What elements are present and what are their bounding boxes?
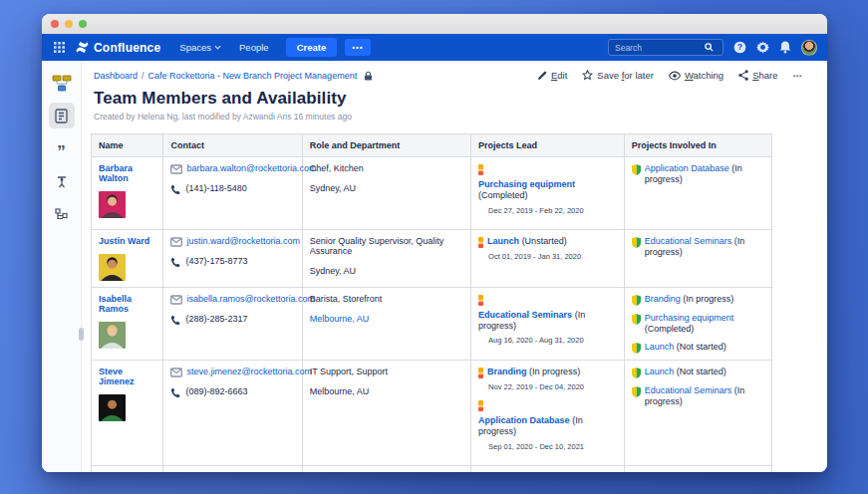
restrictions-lock-icon[interactable] — [364, 71, 373, 81]
project-link[interactable]: Launch — [645, 367, 675, 376]
nav-people[interactable]: People — [232, 38, 276, 57]
project-link[interactable]: Educational Seminars — [645, 385, 732, 395]
shield-icon — [632, 295, 641, 306]
project-link[interactable]: Branding — [645, 294, 681, 304]
project-dates: Aug 16, 2020 - Aug 31, 2020 — [488, 336, 617, 345]
breadcrumb-dashboard[interactable]: Dashboard — [94, 71, 138, 81]
sidebar-pages-icon[interactable] — [49, 103, 75, 128]
save-for-later-button[interactable]: Save for later — [582, 70, 654, 81]
member-role: Barista, Storefront — [310, 294, 463, 304]
project-link[interactable]: Launch — [487, 236, 519, 246]
sidebar-blog-icon[interactable]: ” — [49, 135, 75, 161]
search-icon — [705, 43, 714, 52]
page-byline: Created by Helena Ng, last modified by A… — [94, 112, 803, 122]
pencil-icon — [537, 71, 547, 81]
space-sidebar: ” — [42, 61, 82, 472]
breadcrumb: Dashboard / Cafe Rockettoria - New Branc… — [94, 71, 373, 81]
member-location-link[interactable]: Melbourne, AU — [310, 314, 370, 324]
sidebar-page-tree-icon[interactable] — [49, 201, 75, 227]
member-location: Sydney, AU — [310, 183, 463, 193]
minimize-window-button[interactable] — [65, 20, 73, 28]
maximize-window-button[interactable] — [79, 20, 87, 28]
member-location: Sydney, AU — [310, 266, 463, 276]
member-name-link[interactable]: Isabella Ramos — [99, 294, 132, 314]
notifications-bell-icon[interactable] — [778, 41, 792, 55]
star-icon — [582, 70, 593, 81]
col-projects-involved: Projects Involved In — [624, 134, 771, 157]
page-main: Dashboard / Cafe Rockettoria - New Branc… — [82, 61, 827, 472]
project-dates: Sep 01, 2020 - Dec 10, 2021 — [488, 442, 617, 451]
email-icon — [170, 164, 182, 174]
search-box[interactable] — [608, 39, 723, 56]
project-dates: Oct 01, 2019 - Jan 31, 2020 — [488, 252, 617, 261]
member-photo — [99, 394, 126, 421]
table-header-row: Name Contact Role and Department Project… — [92, 134, 772, 157]
email-link[interactable]: justin.ward@rockettoria.com — [186, 236, 300, 246]
user-avatar[interactable] — [801, 40, 817, 56]
email-icon — [170, 295, 182, 305]
status-traffic-icon — [478, 400, 483, 411]
phone-number: (089)-892-6663 — [185, 386, 247, 396]
project-link[interactable]: Hiring — [487, 472, 513, 473]
chevron-down-icon — [214, 45, 221, 50]
help-icon[interactable]: ? — [732, 41, 746, 55]
close-window-button[interactable] — [51, 20, 59, 28]
edit-button[interactable]: Edit — [537, 70, 567, 81]
project-link[interactable]: Launch — [645, 342, 675, 352]
settings-gear-icon[interactable] — [755, 41, 769, 55]
share-icon — [738, 70, 748, 81]
space-logo-icon[interactable] — [49, 70, 75, 96]
status-traffic-icon — [478, 164, 483, 175]
phone-number: (141)-118-5480 — [185, 183, 246, 193]
watching-button[interactable]: Watching — [669, 70, 723, 81]
project-link[interactable]: Purchasing equipment — [478, 179, 575, 189]
email-link[interactable]: barbara.walton@rockettoria.com — [186, 163, 316, 173]
email-icon — [170, 237, 182, 247]
project-link[interactable]: Hiring — [645, 472, 669, 473]
share-button[interactable]: Share — [738, 70, 777, 81]
email-link[interactable]: steve.jimenez@rockettoria.com — [186, 367, 312, 376]
create-more-button[interactable]: ••• — [345, 39, 370, 56]
member-name-link[interactable]: Justin Ward — [99, 236, 149, 246]
status-traffic-icon — [478, 237, 483, 248]
phone-number: (437)-175-8773 — [185, 256, 247, 266]
team-table: Name Contact Role and Department Project… — [91, 133, 772, 472]
project-dates: Dec 27, 2019 - Feb 22, 2020 — [488, 206, 617, 215]
phone-icon — [170, 387, 181, 398]
project-link[interactable]: Application Database — [645, 163, 729, 173]
project-link[interactable]: Branding — [487, 367, 527, 376]
project-link[interactable]: Application Database — [478, 415, 570, 425]
email-link[interactable]: isabella.ramos@rockettoria.com — [186, 294, 315, 304]
member-name-link[interactable]: Steve Jimenez — [99, 367, 135, 386]
svg-text:?: ? — [736, 42, 741, 52]
table-row: Steve Jimenez steve.jimenez@rockettoria.… — [92, 361, 772, 466]
member-role: Principal Brand Administrator, Marketing — [310, 472, 463, 473]
table-row: Bob Dunn bob.dunn@rockettoria.com (494)-… — [92, 465, 772, 472]
create-button[interactable]: Create — [286, 38, 338, 57]
member-role: Senior Quality Supervisor, Quality Assur… — [310, 236, 463, 256]
table-row: Isabella Ramos isabella.ramos@rockettori… — [92, 287, 772, 361]
sidebar-resize-grip[interactable] — [79, 328, 84, 341]
member-name-link[interactable]: Barbara Walton — [99, 163, 133, 183]
table-row: Justin Ward justin.ward@rockettoria.com … — [92, 229, 772, 287]
email-icon — [170, 368, 182, 377]
breadcrumb-space[interactable]: Cafe Rockettoria - New Branch Project Ma… — [148, 71, 358, 81]
app-switcher-grid-icon[interactable] — [52, 41, 66, 55]
project-link[interactable]: Educational Seminars — [478, 310, 572, 320]
project-link[interactable]: Educational Seminars — [645, 236, 732, 246]
phone-number: (288)-285-2317 — [185, 314, 247, 324]
member-name-link[interactable]: Bob Dunn — [99, 472, 142, 473]
sidebar-shortcuts-icon[interactable] — [49, 168, 75, 194]
more-actions-button[interactable]: ⋯ — [793, 70, 804, 81]
email-link[interactable]: bob.dunn@rockettoria.com — [186, 472, 294, 473]
confluence-logo[interactable]: Confluence — [70, 41, 168, 55]
search-input[interactable] — [615, 43, 705, 53]
shield-icon — [632, 314, 641, 325]
member-photo — [99, 322, 126, 349]
nav-spaces[interactable]: Spaces — [172, 38, 228, 57]
phone-icon — [170, 184, 181, 195]
project-link[interactable]: Purchasing equipment — [645, 313, 734, 323]
table-row: Barbara Walton barbara.walton@rockettori… — [92, 157, 772, 230]
project-dates: Nov 22, 2019 - Dec 04, 2020 — [488, 382, 617, 391]
status-traffic-icon — [478, 368, 483, 378]
